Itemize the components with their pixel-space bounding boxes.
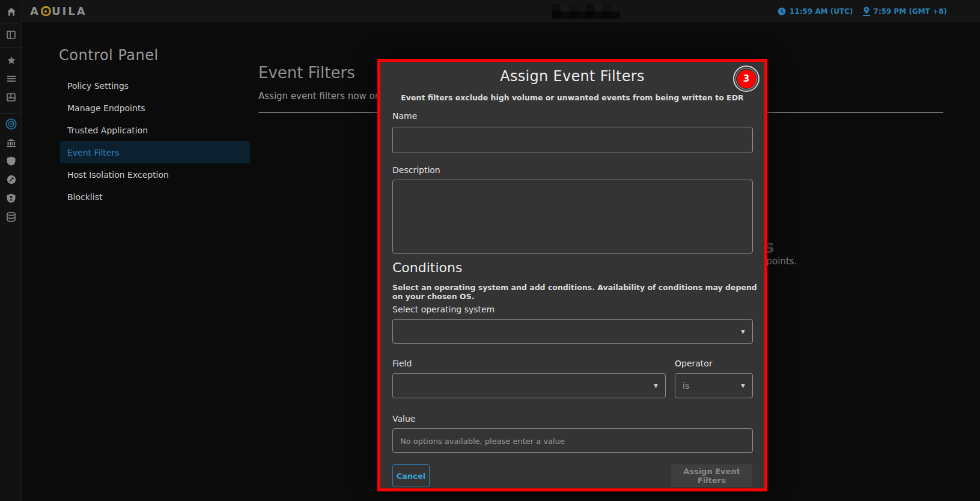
- menu-icon[interactable]: [0, 70, 22, 88]
- clock-area: 11:59 AM (UTC) 7:59 PM (GMT +8): [778, 0, 947, 22]
- conditions-heading: Conditions: [392, 260, 462, 275]
- gauge-icon[interactable]: [0, 171, 22, 189]
- operator-select[interactable]: is ▼: [675, 373, 753, 398]
- location-pin-icon: [863, 7, 870, 16]
- logo-text-pre: A: [30, 5, 40, 17]
- database-icon[interactable]: [0, 208, 22, 226]
- control-panel-nav: Policy Settings Manage Endpoints Trusted…: [60, 74, 250, 208]
- description-textarea[interactable]: [392, 180, 753, 254]
- description-label: Description: [392, 165, 440, 175]
- home-icon[interactable]: [0, 2, 22, 20]
- operator-selected-value: is: [683, 381, 689, 390]
- name-input[interactable]: [392, 127, 753, 153]
- dashboard-grid-icon[interactable]: [0, 88, 22, 106]
- utc-time: 11:59 AM (UTC): [778, 7, 853, 16]
- top-bar: A UILA 11:59 AM (UTC) 7:59 PM (GMT +8): [0, 0, 980, 22]
- logo-text-post: UILA: [52, 5, 87, 17]
- redacted-tenant-name: [552, 4, 620, 19]
- nav-item-host-isolation-exception[interactable]: Host Isolation Exception: [60, 163, 250, 186]
- chevron-down-icon: ▼: [741, 383, 745, 389]
- nav-item-policy-settings[interactable]: Policy Settings: [60, 74, 250, 97]
- shield-icon[interactable]: [0, 152, 22, 170]
- field-select[interactable]: ▼: [392, 373, 666, 398]
- logo-q-eye-icon: [41, 6, 51, 16]
- local-time-label: 7:59 PM (GMT +8): [874, 7, 947, 16]
- value-label: Value: [392, 414, 415, 424]
- modal-subtitle: Event filters exclude high volume or unw…: [380, 93, 764, 102]
- field-label: Field: [392, 359, 412, 368]
- conditions-description: Select an operating system and add condi…: [392, 283, 764, 301]
- bank-icon[interactable]: [0, 134, 22, 152]
- split-panel-icon[interactable]: [0, 26, 22, 44]
- shield-user-icon[interactable]: [0, 189, 22, 207]
- chevron-down-icon: ▼: [654, 383, 658, 389]
- globe-threat-icon[interactable]: [0, 115, 22, 133]
- star-icon[interactable]: [0, 51, 22, 69]
- name-label: Name: [392, 111, 417, 121]
- page-title: Event Filters: [258, 64, 355, 82]
- annotation-badge-ring: 3: [733, 65, 759, 92]
- value-input[interactable]: [392, 428, 753, 453]
- nav-item-blocklist[interactable]: Blocklist: [60, 186, 250, 208]
- operator-label: Operator: [675, 359, 713, 368]
- os-select[interactable]: ▼: [392, 319, 753, 344]
- assign-event-filters-modal: 3 Assign Event Filters Event filters exc…: [377, 59, 767, 491]
- nav-item-manage-endpoints[interactable]: Manage Endpoints: [60, 97, 250, 119]
- icon-rail: [0, 0, 22, 501]
- control-panel-title: Control Panel: [59, 47, 159, 64]
- nav-item-event-filters[interactable]: Event Filters: [60, 141, 250, 163]
- aquila-logo[interactable]: A UILA: [30, 5, 87, 17]
- clock-icon: [778, 7, 786, 16]
- local-time: 7:59 PM (GMT +8): [863, 7, 947, 16]
- modal-title: Assign Event Filters: [380, 68, 764, 85]
- assign-event-filters-button[interactable]: Assign Event Filters: [671, 464, 752, 487]
- utc-time-label: 11:59 AM (UTC): [790, 7, 853, 16]
- cancel-button[interactable]: Cancel: [392, 464, 430, 487]
- nav-item-trusted-application[interactable]: Trusted Application: [60, 119, 250, 141]
- chevron-down-icon: ▼: [741, 329, 745, 335]
- os-label: Select operating system: [392, 305, 495, 314]
- annotation-badge-3: 3: [737, 70, 756, 88]
